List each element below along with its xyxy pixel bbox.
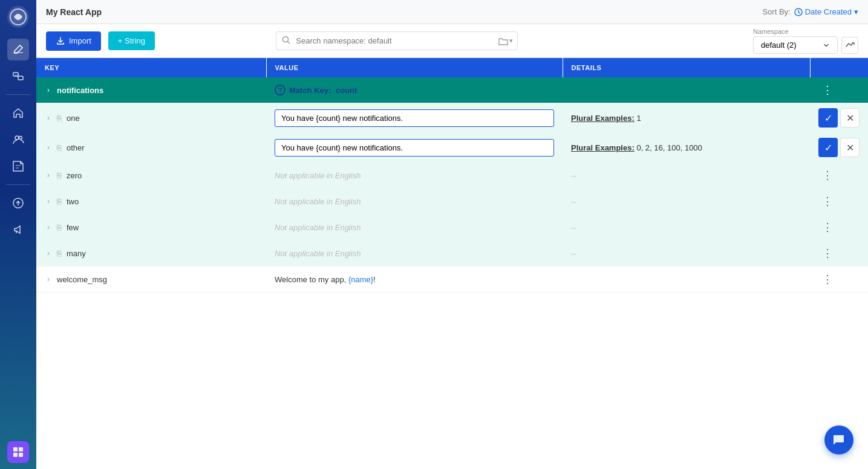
sidebar-item-translate[interactable]: AZ <box>7 65 29 87</box>
main-content: My React App Sort By: Date Created ▾ Imp… <box>36 0 868 469</box>
actions-cell-few: ⋮ <box>810 215 868 241</box>
details-cell-two: -- <box>563 189 810 215</box>
sort-label: Sort By: <box>762 7 790 16</box>
key-cell-one: › ⎘ one <box>36 103 266 133</box>
confirm-button-one[interactable]: ✓ <box>818 108 838 128</box>
svg-point-6 <box>19 137 22 140</box>
sidebar-item-megaphone[interactable] <box>7 219 29 241</box>
details-cell-welcome <box>563 267 810 293</box>
table-row: › ⎘ many Not applicable in English -- ⋮ <box>36 241 868 267</box>
notifications-menu-button[interactable]: ⋮ <box>818 82 837 98</box>
import-icon <box>56 36 65 46</box>
details-dash-few: -- <box>571 223 576 232</box>
key-name-few: few <box>67 223 79 232</box>
notifications-group-row: › notifications ? Match Key: count <box>36 77 868 103</box>
details-cell-one: Plural Examples: 1 <box>563 103 810 133</box>
namespace-selector: Namespace default (2) <box>753 28 858 54</box>
copy-icon-few[interactable]: ⎘ <box>57 223 62 232</box>
details-cell-few: -- <box>563 215 810 241</box>
svg-rect-10 <box>13 453 18 457</box>
value-input-other[interactable] <box>275 139 554 157</box>
col-header-key: KEY <box>36 58 266 77</box>
copy-icon-one[interactable]: ⎘ <box>57 114 62 123</box>
menu-button-few[interactable]: ⋮ <box>818 219 837 235</box>
sidebar-item-home[interactable] <box>7 102 29 124</box>
search-box: ▾ <box>276 31 518 50</box>
copy-icon-other[interactable]: ⎘ <box>57 143 62 152</box>
actions-cell-one: ✓ ✕ <box>810 103 868 133</box>
value-na-zero: Not applicable in English <box>275 171 361 180</box>
sort-value-button[interactable]: Date Created ▾ <box>794 7 858 16</box>
plural-examples-one: Plural Examples: 1 <box>571 114 641 123</box>
menu-button-many[interactable]: ⋮ <box>818 245 837 261</box>
namespace-add-button[interactable] <box>841 37 858 54</box>
row-chevron-two[interactable]: › <box>45 196 52 207</box>
table-row: › ⎘ other Plural Examples: 0, 2, 16, 100… <box>36 133 868 163</box>
copy-icon-zero[interactable]: ⎘ <box>57 171 62 180</box>
key-cell-two: › ⎘ two <box>36 189 266 215</box>
notifications-actions-cell: ⋮ <box>810 77 868 103</box>
value-na-many: Not applicable in English <box>275 249 361 258</box>
row-chevron-zero[interactable]: › <box>45 170 52 181</box>
menu-button-zero[interactable]: ⋮ <box>818 167 837 183</box>
row-chevron-other[interactable]: › <box>45 142 52 153</box>
sort-value-text: Date Created <box>805 7 852 16</box>
col-header-actions <box>810 58 868 77</box>
key-name-two: two <box>67 197 79 206</box>
menu-button-welcome[interactable]: ⋮ <box>818 271 837 287</box>
cancel-button-one[interactable]: ✕ <box>840 108 860 128</box>
notifications-key-text: notifications <box>57 86 103 95</box>
copy-icon-many[interactable]: ⎘ <box>57 249 62 258</box>
add-string-button[interactable]: + String <box>108 31 155 50</box>
details-cell-zero: -- <box>563 163 810 189</box>
notifications-value-cell: ? Match Key: count <box>266 77 563 103</box>
sidebar-item-docs[interactable] <box>7 155 29 177</box>
value-input-one[interactable] <box>275 109 554 127</box>
sidebar-item-upload[interactable] <box>7 192 29 214</box>
namespace-chevron-icon <box>823 42 830 49</box>
confirm-button-other[interactable]: ✓ <box>818 138 838 157</box>
toolbar: Import + String ▾ Namespace <box>36 24 868 58</box>
row-chevron-many[interactable]: › <box>45 248 52 259</box>
sidebar-item-puzzle[interactable] <box>7 441 29 463</box>
value-cell-other <box>266 133 563 163</box>
key-name-zero: zero <box>67 171 82 180</box>
details-dash-many: -- <box>571 249 576 258</box>
sidebar-item-edit[interactable] <box>7 39 29 60</box>
key-name-welcome: welcome_msg <box>57 275 107 284</box>
copy-icon-two[interactable]: ⎘ <box>57 197 62 206</box>
details-cell-many: -- <box>563 241 810 267</box>
svg-point-13 <box>283 37 289 42</box>
key-name-many: many <box>67 249 86 258</box>
value-cell-one <box>266 103 563 133</box>
value-na-two: Not applicable in English <box>275 197 361 206</box>
table-row: › ⎘ few Not applicable in English -- ⋮ <box>36 215 868 241</box>
sidebar: AZ <box>0 0 36 469</box>
menu-button-two[interactable]: ⋮ <box>818 193 837 209</box>
add-namespace-icon <box>845 40 855 50</box>
cancel-button-other[interactable]: ✕ <box>840 138 860 157</box>
value-cell-two: Not applicable in English <box>266 189 563 215</box>
actions-cell-zero: ⋮ <box>810 163 868 189</box>
chat-bubble-button[interactable] <box>824 425 853 454</box>
actions-cell-welcome: ⋮ <box>810 267 868 293</box>
sidebar-item-users[interactable] <box>7 129 29 150</box>
value-na-few: Not applicable in English <box>275 223 361 232</box>
row-chevron-one[interactable]: › <box>45 112 52 123</box>
import-button[interactable]: Import <box>46 31 101 51</box>
notifications-chevron[interactable]: › <box>45 85 52 95</box>
row-chevron-few[interactable]: › <box>45 222 52 233</box>
key-cell-zero: › ⎘ zero <box>36 163 266 189</box>
action-group-one: ✓ ✕ <box>818 108 860 128</box>
search-input[interactable] <box>276 31 518 50</box>
notifications-details-cell <box>563 77 810 103</box>
namespace-dropdown[interactable]: default (2) <box>753 36 838 54</box>
topbar: My React App Sort By: Date Created ▾ <box>36 0 868 24</box>
row-chevron-welcome[interactable]: › <box>45 274 52 285</box>
table-row: › welcome_msg Welcome to my app, {name}!… <box>36 267 868 293</box>
key-cell-other: › ⎘ other <box>36 133 266 163</box>
value-cell-zero: Not applicable in English <box>266 163 563 189</box>
svg-text:AZ: AZ <box>15 74 19 77</box>
sidebar-logo[interactable] <box>7 6 29 28</box>
folder-filter-button[interactable]: ▾ <box>498 37 513 45</box>
